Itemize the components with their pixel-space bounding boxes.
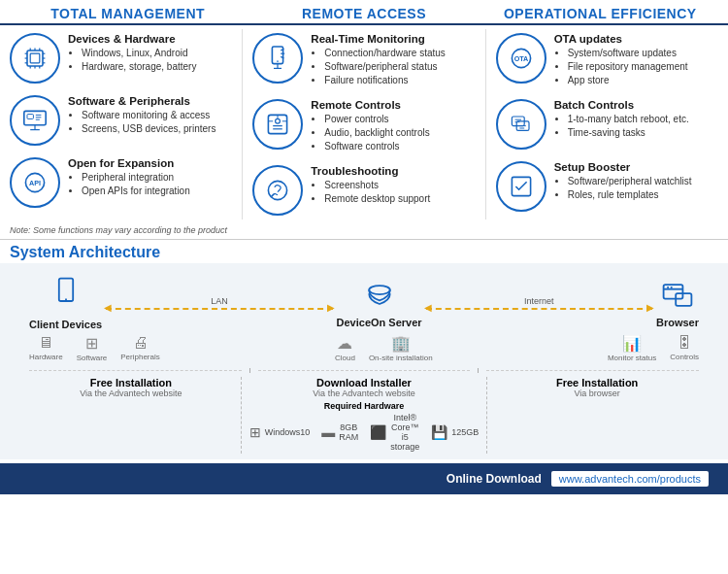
feature-batch-controls-title: Batch Controls bbox=[554, 99, 689, 111]
feature-batch-controls: Batch Controls 1-to-many batch reboot, e… bbox=[494, 95, 720, 153]
svg-rect-49 bbox=[58, 279, 72, 301]
feature-batch-controls-text: Batch Controls 1-to-many batch reboot, e… bbox=[554, 99, 689, 140]
hardware-label: Hardware bbox=[29, 353, 63, 361]
footer-bar: Online Download www.advantech.com/produc… bbox=[0, 463, 728, 494]
client-sub-icons: 🖥 Hardware ⊞ Software 🖨 Peripherals bbox=[29, 334, 160, 362]
features-col-1: Devices & Hardware Windows, Linux, Andro… bbox=[8, 29, 234, 219]
browser-sub-icons: 📊 Monitor status 🎛 Controls bbox=[608, 334, 699, 362]
arch-sub-cloud: ☁ Cloud bbox=[335, 334, 355, 362]
feature-open-expansion-text: Open for Expansion Peripheral integratio… bbox=[68, 157, 190, 198]
arch-sub-monitor-status: 📊 Monitor status bbox=[608, 334, 656, 362]
svg-point-51 bbox=[369, 286, 390, 294]
list-item: Remote desktop support bbox=[324, 192, 430, 206]
arch-server-label: DeviceOn Server bbox=[337, 317, 422, 328]
browser-icon bbox=[660, 278, 695, 315]
feature-troubleshooting: Troubleshooting Screenshots Remote deskt… bbox=[250, 161, 477, 219]
onsite-icon: 🏢 bbox=[391, 334, 411, 353]
monitor-status-icon: 📊 bbox=[622, 334, 642, 353]
feature-software-peripherals-title: Software & Peripherals bbox=[68, 95, 215, 107]
hdd-icon: 💾 bbox=[431, 424, 447, 440]
list-item: Windows, Linux, Android bbox=[82, 47, 196, 60]
arch-sub-controls: 🎛 Controls bbox=[670, 334, 699, 362]
feature-setup-booster-title: Setup Booster bbox=[554, 161, 692, 173]
windows-icon: ⊞ bbox=[249, 424, 261, 440]
list-item: File repository management bbox=[568, 60, 688, 74]
arch-title: System Architecture bbox=[10, 244, 718, 261]
feature-setup-booster: Setup Booster Software/peripheral watchl… bbox=[494, 157, 720, 216]
header-bar: Total Management Remote Access Operation… bbox=[0, 0, 728, 25]
feature-troubleshooting-text: Troubleshooting Screenshots Remote deskt… bbox=[311, 165, 430, 206]
list-item: Audio, backlight controls bbox=[324, 126, 429, 140]
feature-software-peripherals-list: Software monitoring & access Screens, US… bbox=[68, 109, 215, 136]
chip-icon bbox=[10, 33, 60, 84]
list-item: Software/peripheral status bbox=[324, 60, 446, 74]
svg-text:OTA: OTA bbox=[513, 54, 528, 63]
divider-col-3 bbox=[479, 368, 699, 373]
server-sub-icons: ☁ Cloud 🏢 On-site installation bbox=[335, 334, 433, 362]
cpu-icon: ⬛ bbox=[370, 424, 386, 440]
api-icon: API bbox=[10, 157, 60, 208]
arch-sub-peripherals: 🖨 Peripherals bbox=[120, 334, 159, 362]
arch-install-row: Free Installation Via the Advantech webs… bbox=[10, 375, 718, 456]
col-divider-1 bbox=[242, 29, 243, 219]
footer-label: Online Download bbox=[447, 472, 542, 486]
feature-remote-controls: Remote Controls Power controls Audio, ba… bbox=[250, 95, 477, 157]
arch-node-client: Client Devices bbox=[29, 275, 102, 330]
server-install-col: Download Installer Via the Advantech web… bbox=[242, 377, 488, 454]
hw-hdd-label: 125GB bbox=[451, 427, 479, 437]
list-item: Hardware, storage, battery bbox=[82, 60, 196, 74]
svg-rect-17 bbox=[27, 115, 33, 119]
hw-windows: ⊞ Windows10 bbox=[249, 424, 311, 440]
features-section: Devices & Hardware Windows, Linux, Andro… bbox=[0, 25, 728, 223]
arch-arrow-internet: Internet ◀ ▶ bbox=[422, 296, 656, 310]
ota-icon: OTA bbox=[496, 33, 546, 84]
hw-ram: ▬ 8GB RAM bbox=[321, 422, 358, 442]
browser-install-sub: Via browser bbox=[495, 388, 699, 398]
hw-ram-label: 8GB RAM bbox=[339, 422, 358, 442]
hw-hdd: 💾 125GB bbox=[431, 424, 479, 440]
arch-section: Client Devices LAN ◀ ▶ DeviceOn Server bbox=[0, 263, 728, 459]
monitor-status-label: Monitor status bbox=[608, 354, 656, 362]
list-item: Peripheral integration bbox=[82, 171, 190, 185]
cloud-icon: ☁ bbox=[337, 334, 352, 353]
feature-remote-controls-text: Remote Controls Power controls Audio, ba… bbox=[311, 99, 429, 153]
list-item: App store bbox=[568, 74, 688, 87]
list-item: System/software updates bbox=[568, 47, 688, 60]
peripherals-label: Peripherals bbox=[120, 353, 159, 361]
header-col-1: Total Management bbox=[10, 6, 246, 21]
client-install-sub: Via the Advantech website bbox=[29, 388, 233, 398]
feature-software-peripherals-text: Software & Peripherals Software monitori… bbox=[68, 95, 215, 136]
required-hw-items: ⊞ Windows10 ▬ 8GB RAM ⬛ Intel® Core™ i5 … bbox=[249, 411, 480, 454]
required-hw-label: Required Hardware bbox=[249, 401, 480, 411]
server-install-label: Download Installer bbox=[249, 377, 480, 388]
feature-ota-updates-list: System/software updates File repository … bbox=[554, 47, 688, 87]
note-text: Note: Some functions may vary according … bbox=[0, 223, 728, 239]
hw-cpu: ⬛ Intel® Core™ i5 storage bbox=[370, 413, 419, 452]
feature-open-expansion: API Open for Expansion Peripheral integr… bbox=[8, 153, 234, 212]
svg-point-37 bbox=[269, 181, 287, 199]
troubleshooting-icon bbox=[252, 165, 303, 216]
feature-ota-updates-text: OTA updates System/software updates File… bbox=[554, 33, 688, 87]
feature-realtime-monitoring-list: Connection/hardware status Software/peri… bbox=[311, 47, 446, 87]
hardware-icon: 🖥 bbox=[38, 334, 53, 352]
list-item: Power controls bbox=[324, 113, 429, 126]
feature-batch-controls-list: 1-to-many batch reboot, etc. Time-saving… bbox=[554, 113, 689, 140]
spacer-1 bbox=[160, 334, 335, 362]
svg-rect-0 bbox=[27, 51, 43, 66]
svg-point-31 bbox=[276, 118, 281, 123]
arch-diagram-row: Client Devices LAN ◀ ▶ DeviceOn Server bbox=[10, 269, 718, 330]
arch-sub-software: ⊞ Software bbox=[77, 334, 108, 362]
list-item: Software controls bbox=[324, 140, 429, 153]
features-col-3: OTA OTA updates System/software updates … bbox=[494, 29, 720, 219]
feature-troubleshooting-title: Troubleshooting bbox=[311, 165, 430, 177]
spacer-2 bbox=[433, 334, 608, 362]
browser-install-col: Free Installation Via browser bbox=[487, 377, 699, 454]
arch-sub-hardware: 🖥 Hardware bbox=[29, 334, 63, 362]
list-item: Software/peripheral watchlist bbox=[568, 175, 692, 188]
list-item: Connection/hardware status bbox=[324, 47, 446, 60]
feature-remote-controls-list: Power controls Audio, backlight controls… bbox=[311, 113, 429, 153]
list-item: Screens, USB devices, printers bbox=[82, 122, 215, 136]
feature-software-peripherals: Software & Peripherals Software monitori… bbox=[8, 91, 234, 150]
arch-sub-onsite: 🏢 On-site installation bbox=[369, 334, 433, 362]
controls-icon: 🎛 bbox=[677, 334, 692, 352]
